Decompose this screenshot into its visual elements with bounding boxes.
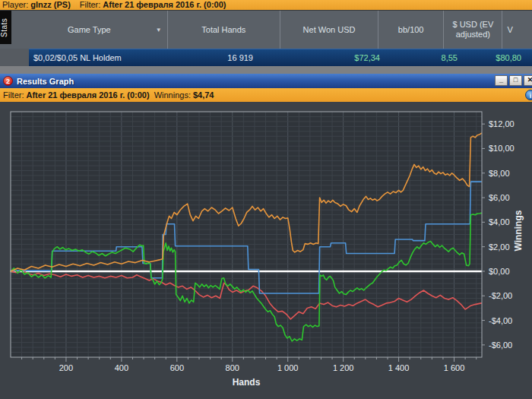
graph-filter-bar: Filter:After 21 февраля 2016 г. (0:00)Wi…: [0, 88, 532, 102]
svg-text:200: 200: [59, 363, 73, 372]
column-header-net-won-usd[interactable]: Net Won USD: [280, 11, 378, 49]
svg-text:$0,00: $0,00: [489, 267, 510, 276]
svg-text:$12,00: $12,00: [489, 119, 515, 128]
column-header-bb100[interactable]: bb/100: [378, 11, 444, 49]
desktop-gap: [0, 66, 532, 74]
filter-label: Filter:: [80, 0, 101, 9]
window-title: Results Graph: [17, 77, 74, 86]
svg-text:-$4,00: -$4,00: [489, 316, 512, 325]
cell-total-hands: 16 919: [175, 53, 293, 62]
stats-table: Game Type ▼ Total Hands Net Won USD bb/1…: [0, 11, 532, 66]
results-graph-window: 2 Results Graph _ □ ✕ Filter:After 21 фе…: [0, 74, 532, 399]
filter-value: After 21 февраля 2016 г. (0:00): [103, 0, 226, 9]
svg-text:$10,00: $10,00: [489, 144, 515, 153]
stats-side-tab[interactable]: Stats: [0, 11, 11, 44]
cell-net-won-usd: $72,34: [293, 53, 395, 62]
y-axis-title: Winnings: [513, 210, 524, 251]
column-header-cutoff[interactable]: V: [502, 11, 532, 49]
svg-text:$6,00: $6,00: [489, 193, 510, 202]
graph-filter-label: Filter:: [3, 90, 24, 100]
close-button[interactable]: ✕: [524, 75, 532, 86]
graph-filter-value: After 21 февраля 2016 г. (0:00): [27, 90, 150, 100]
winnings-value: $4,74: [193, 90, 214, 100]
svg-text:$2,00: $2,00: [489, 242, 510, 252]
cell-usd-ev-adjusted: $80,80: [464, 53, 524, 62]
player-filter-bar: Player:glnzz (PS)Filter:After 21 февраля…: [0, 0, 532, 11]
stats-table-header: Game Type ▼ Total Hands Net Won USD bb/1…: [0, 11, 532, 49]
svg-text:$8,00: $8,00: [489, 169, 510, 178]
maximize-button[interactable]: □: [509, 75, 522, 86]
svg-text:$4,00: $4,00: [489, 217, 510, 226]
info-icon[interactable]: i: [525, 90, 532, 100]
cell-game-type: $0,02/$0,05 NL Holdem: [29, 53, 175, 62]
column-header-total-hands[interactable]: Total Hands: [168, 11, 280, 49]
player-label: Player:: [2, 0, 28, 9]
window-titlebar: 2 Results Graph _ □ ✕: [0, 74, 532, 88]
column-header-game-type[interactable]: Game Type ▼: [11, 11, 168, 49]
svg-text:1 000: 1 000: [277, 363, 299, 372]
svg-text:800: 800: [226, 363, 239, 372]
winnings-label: Winnings:: [154, 90, 191, 100]
table-row[interactable]: $0,02/$0,05 NL Holdem 16 919 $72,34 8,55…: [29, 49, 532, 66]
minimize-button[interactable]: _: [495, 75, 508, 86]
cell-bb100: 8,55: [395, 53, 464, 62]
svg-text:400: 400: [115, 363, 128, 372]
svg-text:1 400: 1 400: [388, 363, 410, 372]
dropdown-arrow-icon[interactable]: ▼: [156, 25, 162, 35]
results-graph-svg: 2004006008001 0001 2001 4001 600Hands$12…: [0, 102, 532, 399]
svg-text:600: 600: [170, 363, 184, 372]
player-value: glnzz (PS): [30, 0, 71, 9]
svg-text:1 600: 1 600: [444, 363, 465, 372]
results-graph-chart: 2004006008001 0001 2001 4001 600Hands$12…: [0, 102, 532, 399]
app-screen: Player:glnzz (PS)Filter:After 21 февраля…: [0, 0, 532, 399]
svg-text:-$6,00: -$6,00: [489, 340, 512, 350]
svg-text:-$2,00: -$2,00: [489, 291, 512, 300]
x-axis-title: Hands: [233, 377, 261, 388]
hm2-app-icon: 2: [3, 76, 13, 86]
column-header-usd-ev-adjusted[interactable]: $ USD (EV adjusted): [444, 11, 502, 49]
svg-text:1 200: 1 200: [333, 363, 354, 372]
